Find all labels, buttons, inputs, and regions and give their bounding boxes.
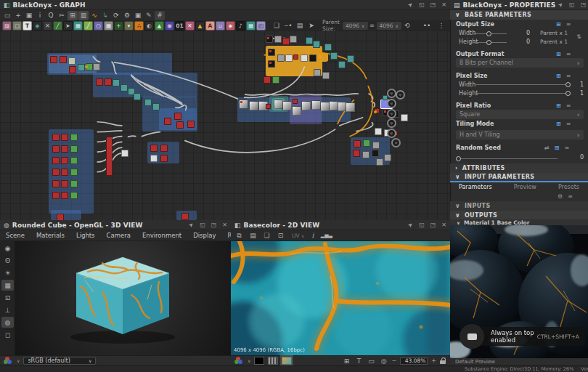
node-type-icon[interactable]: ◈ (226, 21, 235, 31)
node-type-icon[interactable]: + (114, 21, 123, 31)
node-type-icon[interactable]: ∴ (134, 21, 144, 31)
graph-node[interactable] (306, 37, 313, 44)
graph-tool-icon[interactable]: ▣ (133, 11, 143, 20)
random-seed-value[interactable]: 0 (576, 154, 584, 161)
graph-tool-icon[interactable]: ⊞ (68, 11, 78, 20)
pin-icon[interactable]: ➤ (407, 1, 415, 9)
node-type-icon[interactable]: ◉ (165, 21, 174, 31)
node-type-icon[interactable]: T (23, 21, 32, 31)
graph-node[interactable] (372, 150, 379, 157)
view2d-tool-icon[interactable]: ⧉ (234, 231, 245, 240)
parameter-menu-icon[interactable]: ≡ (566, 73, 571, 79)
graph-extra-tool-icon[interactable]: ⋮ (436, 21, 446, 31)
gear-icon[interactable]: ⚙ (558, 193, 563, 200)
maximize-icon[interactable]: ◳ (211, 222, 217, 228)
graph-node[interactable] (52, 180, 60, 187)
graph-node[interactable] (70, 134, 78, 141)
graph-node[interactable] (313, 41, 320, 48)
graph-node[interactable] (150, 145, 158, 152)
menu-item[interactable]: Materials (30, 232, 70, 239)
graph-node[interactable] (52, 157, 60, 164)
graph-node[interactable] (160, 155, 168, 162)
node-type-icon[interactable]: ╱ (53, 21, 62, 31)
annotation-tool-icon[interactable]: ➤ (307, 21, 316, 31)
graph-node[interactable] (372, 142, 380, 149)
node-type-icon[interactable]: ➤ (63, 21, 73, 31)
graph-tool-icon[interactable]: ✂ (57, 11, 67, 20)
expose-parameter-icon[interactable]: ⊞ (556, 73, 561, 79)
section-attributes[interactable]: › ATTRIBUTES (450, 163, 588, 173)
graph-node[interactable] (264, 76, 271, 84)
float-window-icon[interactable]: ◱ (419, 1, 425, 8)
float-window-icon[interactable]: ◱ (200, 222, 205, 228)
graph-node[interactable] (70, 145, 78, 153)
pixel-height-slider[interactable] (476, 93, 571, 94)
graph-node[interactable] (268, 60, 275, 68)
expose-parameter-icon[interactable]: ⊞ (555, 145, 560, 151)
graph-node[interactable] (70, 192, 78, 199)
graph-node[interactable] (144, 99, 152, 106)
node-type-icon[interactable]: ✕ (185, 21, 195, 31)
graph-node[interactable] (121, 84, 128, 92)
zoom-out-button[interactable]: − (392, 357, 397, 364)
pixel-width-slider[interactable] (476, 84, 571, 85)
graph-node[interactable] (285, 54, 293, 62)
graph-node[interactable] (401, 114, 408, 121)
output-node[interactable] (387, 109, 396, 118)
graph-node[interactable] (301, 101, 311, 110)
graph-node[interactable] (384, 154, 391, 161)
color-channels-icon[interactable] (4, 357, 13, 365)
node-type-icon[interactable]: 01 (175, 21, 184, 31)
gradient-display-icon[interactable] (268, 357, 278, 365)
output-node[interactable] (387, 118, 396, 128)
view2d-right-tool-icon[interactable]: ▭ (367, 356, 376, 365)
rail-tool-icon[interactable]: ◍ (1, 317, 14, 328)
rail-tool-icon[interactable]: ⊡ (1, 292, 14, 303)
graph-node[interactable] (293, 99, 298, 104)
graph-tool-icon[interactable]: ↳ (100, 11, 110, 20)
graph-node[interactable] (70, 157, 78, 164)
menu-item[interactable]: Lights (70, 232, 101, 239)
parameter-menu-icon[interactable]: ≡ (566, 51, 571, 57)
float-window-icon[interactable]: ◱ (419, 222, 425, 228)
graph-node[interactable] (274, 36, 282, 43)
uv-mode-dropdown[interactable]: UV ∨ (292, 232, 304, 239)
lock-icon[interactable] (440, 357, 446, 365)
menu-icon[interactable]: ≡ (568, 193, 573, 200)
zoom-level-input[interactable]: 43.08% (400, 357, 428, 365)
graph-extra-tool-icon[interactable]: •• (422, 21, 432, 31)
view3d-viewport[interactable] (15, 241, 231, 355)
section-inputs[interactable]: ∨ INPUTS (450, 201, 588, 211)
graph-node[interactable] (50, 56, 57, 63)
menu-item[interactable]: Environment (136, 232, 187, 239)
maximize-icon[interactable]: ◳ (430, 222, 436, 228)
background-color-swatch[interactable] (254, 357, 264, 365)
graph-node[interactable] (61, 192, 68, 199)
parameter-menu-icon[interactable]: ≡ (566, 21, 571, 28)
graph-node[interactable] (347, 55, 354, 62)
rail-tool-icon[interactable]: ☀ (1, 267, 14, 278)
height-slider[interactable] (473, 42, 507, 43)
graph-node[interactable] (52, 145, 60, 153)
graph-node[interactable] (70, 169, 78, 176)
histogram-icon[interactable]: ▂▅▃ (321, 231, 332, 240)
graph-node[interactable] (61, 145, 68, 153)
view2d-tool-icon[interactable]: ▤ (248, 231, 258, 240)
output-node[interactable] (387, 129, 396, 138)
graph-node[interactable] (150, 155, 158, 162)
graph-node[interactable] (354, 140, 361, 147)
graph-tool-icon[interactable]: ⟳ (111, 11, 121, 20)
graph-node[interactable] (93, 63, 100, 70)
graph-node[interactable] (57, 214, 64, 220)
expose-parameter-icon[interactable]: ⊞ (556, 102, 561, 109)
graph-node[interactable] (181, 213, 189, 220)
graph-node[interactable] (330, 52, 338, 60)
graph-node[interactable] (86, 63, 93, 70)
pixel-height-value[interactable]: 1 (576, 90, 584, 97)
graph-tool-icon[interactable]: ▭ (2, 11, 12, 20)
graph-node[interactable] (78, 64, 85, 71)
shuffle-icon[interactable]: ⇄ (544, 145, 550, 151)
graph-node[interactable] (249, 101, 258, 110)
parameter-menu-icon[interactable]: ≡ (564, 145, 569, 151)
graph-node[interactable] (164, 118, 171, 125)
